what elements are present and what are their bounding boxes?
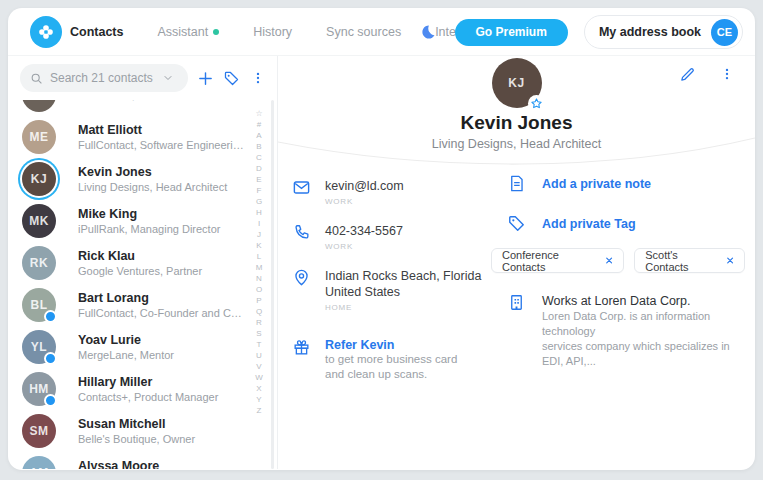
contact-text: Rick Klau Google Ventures, Partner bbox=[78, 248, 246, 279]
gift-icon bbox=[292, 338, 311, 357]
contact-subtitle: Living Designs, Head Architect bbox=[278, 137, 755, 151]
detail-avatar[interactable]: KJ bbox=[492, 58, 542, 108]
remove-tag-icon[interactable] bbox=[605, 256, 613, 265]
address-book-switcher[interactable]: My address book CE bbox=[584, 15, 743, 49]
refer-description-line: and clean up scans. bbox=[325, 367, 457, 382]
plus-icon bbox=[197, 70, 214, 87]
refer-link[interactable]: Refer Kevin bbox=[325, 338, 457, 352]
top-navigation-bar: Contacts Assistant History Sync sources … bbox=[8, 8, 755, 56]
alphabet-index-letter[interactable]: B bbox=[256, 141, 261, 152]
contact-list-item[interactable]: RK Rick Klau Google Ventures, Partner bbox=[8, 242, 277, 284]
detail-menu-button[interactable] bbox=[717, 64, 737, 84]
nav-tab-history[interactable]: History bbox=[253, 25, 292, 39]
alphabet-index-letter[interactable]: S bbox=[256, 328, 261, 339]
alphabet-index-letter[interactable]: I bbox=[258, 218, 260, 229]
contact-text: Yoav Lurie MergeLane, Mentor bbox=[78, 332, 246, 363]
organization-description-line: Loren Data Corp. is an information techn… bbox=[542, 309, 745, 339]
alphabet-index-letter[interactable]: N bbox=[256, 273, 262, 284]
tag-pill-list: Conference Contacts Scott's Contacts bbox=[491, 248, 745, 273]
alphabet-index-letter[interactable]: K bbox=[256, 240, 261, 251]
dark-mode-moon-icon[interactable] bbox=[417, 21, 439, 43]
app-logo[interactable] bbox=[30, 16, 62, 48]
contact-avatar-initials: YL bbox=[31, 340, 47, 354]
alphabet-index-letter[interactable]: H bbox=[256, 207, 262, 218]
alphabet-index-letter[interactable]: ☆ bbox=[255, 108, 262, 119]
alphabet-index-letter[interactable]: J bbox=[257, 229, 261, 240]
main-content: MD Events, Owner ME Matt Elliott FullCon… bbox=[8, 56, 755, 469]
contact-list-item[interactable]: MD Events, Owner bbox=[8, 100, 277, 116]
alphabet-index-letter[interactable]: A bbox=[256, 130, 261, 141]
add-contact-button[interactable] bbox=[196, 67, 214, 89]
alphabet-index-letter[interactable]: Z bbox=[257, 405, 262, 416]
contact-organization: Belle's Boutique, Owner bbox=[78, 432, 246, 447]
search-box[interactable] bbox=[20, 64, 188, 92]
alphabet-index-letter[interactable]: M bbox=[256, 262, 263, 273]
remove-tag-icon[interactable] bbox=[726, 256, 734, 265]
contact-field-row[interactable]: 402-334-5567 WORK bbox=[292, 223, 507, 251]
contact-name: Hillary Miller bbox=[78, 374, 246, 390]
alphabet-index-letter[interactable]: O bbox=[256, 284, 262, 295]
contact-list-item[interactable]: MK Mike King iPullRank, Managing Directo… bbox=[8, 200, 277, 242]
alphabet-index-letter[interactable]: R bbox=[256, 317, 262, 328]
search-filter-chevron-icon[interactable] bbox=[162, 72, 174, 84]
alphabet-index-letter[interactable]: X bbox=[256, 383, 261, 394]
edit-contact-button[interactable] bbox=[677, 64, 697, 84]
alphabet-index-letter[interactable]: # bbox=[257, 119, 261, 130]
tag-icon bbox=[507, 214, 526, 233]
alphabet-index-rail[interactable]: ☆#ABCDEFGHIJKLMNOPQRSTUVWXYZ bbox=[253, 108, 265, 416]
alphabet-index-letter[interactable]: E bbox=[256, 174, 261, 185]
contact-fields: kevin@ld.com WORK 402-334-5567 WORK Indi… bbox=[292, 178, 507, 312]
alphabet-index-letter[interactable]: T bbox=[257, 339, 262, 350]
pencil-icon bbox=[679, 66, 696, 83]
go-premium-button[interactable]: Go Premium bbox=[455, 19, 568, 46]
favorite-star-badge[interactable] bbox=[528, 95, 545, 112]
nav-tab-assistant[interactable]: Assistant bbox=[157, 25, 219, 39]
contact-list-item[interactable]: BL Bart Lorang FullContact, Co-Founder a… bbox=[8, 284, 277, 326]
app-background: Contacts Assistant History Sync sources … bbox=[0, 0, 763, 480]
contact-list-item[interactable]: YL Yoav Lurie MergeLane, Mentor bbox=[8, 326, 277, 368]
account-avatar[interactable]: CE bbox=[711, 19, 738, 46]
contact-name: Yoav Lurie bbox=[78, 332, 246, 348]
contact-avatar: YL bbox=[22, 330, 56, 364]
contact-organization: Living Designs, Head Architect bbox=[78, 180, 246, 195]
contact-field-row[interactable]: kevin@ld.com WORK bbox=[292, 178, 507, 206]
tag-pill[interactable]: Scott's Contacts bbox=[634, 248, 745, 273]
nav-tab-sync-sources[interactable]: Sync sources bbox=[326, 25, 401, 39]
field-type-label: WORK bbox=[325, 197, 404, 206]
contact-text: Hillary Miller Contacts+, Product Manage… bbox=[78, 374, 246, 405]
contact-organization: MergeLane, Mentor bbox=[78, 348, 246, 363]
alphabet-index-letter[interactable]: D bbox=[256, 163, 262, 174]
add-private-note-button[interactable]: Add a private note bbox=[507, 174, 745, 193]
contact-detail-panel: KJ Kevin Jones Living Designs, Head Arch… bbox=[278, 56, 755, 469]
tag-filter-button[interactable] bbox=[222, 67, 240, 89]
contact-name-heading: Kevin Jones bbox=[278, 112, 755, 134]
alphabet-index-letter[interactable]: U bbox=[256, 350, 262, 361]
contact-list-item[interactable]: HM Hillary Miller Contacts+, Product Man… bbox=[8, 368, 277, 410]
contact-avatar: HM bbox=[22, 372, 56, 406]
contact-list-item[interactable]: KJ Kevin Jones Living Designs, Head Arch… bbox=[8, 158, 277, 200]
contact-list-item[interactable]: SM Susan Mitchell Belle's Boutique, Owne… bbox=[8, 410, 277, 452]
list-scrollbar[interactable] bbox=[271, 100, 274, 469]
alphabet-index-letter[interactable]: G bbox=[256, 196, 262, 207]
contact-avatar: ME bbox=[22, 120, 56, 154]
add-private-tag-button[interactable]: Add private Tag bbox=[507, 214, 745, 233]
contact-organization: FullContact, Co-Founder and Chief Execut… bbox=[78, 306, 246, 321]
alphabet-index-letter[interactable]: Y bbox=[256, 394, 261, 405]
alphabet-index-letter[interactable]: F bbox=[257, 185, 262, 196]
alphabet-index-letter[interactable]: Q bbox=[256, 306, 262, 317]
alphabet-index-letter[interactable]: C bbox=[256, 152, 262, 163]
contact-field-row[interactable]: Indian Rocks Beach, FloridaUnited States… bbox=[292, 268, 507, 312]
tag-pill[interactable]: Conference Contacts bbox=[491, 248, 624, 273]
contact-list-panel: MD Events, Owner ME Matt Elliott FullCon… bbox=[8, 56, 278, 469]
contact-list-item[interactable]: AM Alyssa Moore UPHealth, Nutritionist bbox=[8, 452, 277, 469]
alphabet-index-letter[interactable]: W bbox=[255, 372, 263, 383]
contact-list-item[interactable]: ME Matt Elliott FullContact, Software En… bbox=[8, 116, 277, 158]
list-menu-button[interactable] bbox=[249, 67, 267, 89]
search-input[interactable] bbox=[50, 71, 155, 85]
alphabet-index-letter[interactable]: P bbox=[256, 295, 261, 306]
contact-avatar-initials: MK bbox=[29, 214, 49, 228]
add-private-tag-label: Add private Tag bbox=[542, 217, 636, 231]
alphabet-index-letter[interactable]: L bbox=[257, 251, 261, 262]
nav-tab-contacts[interactable]: Contacts bbox=[70, 25, 123, 39]
alphabet-index-letter[interactable]: V bbox=[256, 361, 261, 372]
